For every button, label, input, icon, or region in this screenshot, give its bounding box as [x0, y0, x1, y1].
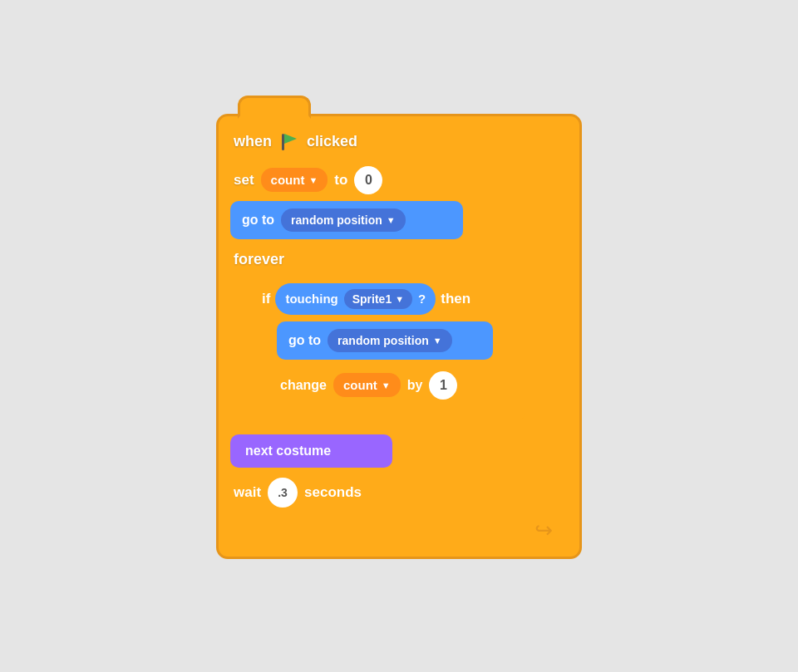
set-value-oval[interactable]: 0 [354, 166, 382, 194]
change-value: 1 [440, 378, 447, 393]
forever-block: forever [230, 246, 568, 272]
random-position-label-1: random position [291, 213, 382, 227]
touching-label: touching [285, 292, 337, 306]
by-label: by [407, 378, 423, 393]
change-dropdown-arrow[interactable]: ▼ [382, 380, 391, 390]
green-flag-icon [278, 131, 300, 153]
next-costume-block[interactable]: next costume [230, 434, 392, 468]
loop-arrow-area: ↩ [230, 514, 568, 543]
forever-label: forever [234, 251, 284, 267]
to-label: to [334, 172, 347, 189]
wait-block: wait .3 seconds [230, 473, 568, 514]
if-block: if touching Sprite1 ▼ ? then [259, 278, 559, 321]
sprite1-dropdown[interactable]: Sprite1 ▼ [344, 289, 412, 309]
next-costume-label: next costume [245, 444, 331, 459]
goto-dropdown-arrow-1[interactable]: ▼ [387, 215, 396, 225]
sprite1-label: Sprite1 [352, 292, 392, 306]
seconds-label: seconds [304, 484, 362, 501]
then-label: then [441, 291, 470, 307]
loop-arrow-icon: ↩ [534, 517, 553, 543]
svg-rect-0 [282, 134, 284, 150]
set-value: 0 [365, 173, 372, 188]
count-variable-pill[interactable]: count ▼ [261, 168, 328, 192]
count-variable-label: count [271, 173, 305, 187]
question-mark: ? [418, 292, 426, 306]
when-clicked-block: when clicked [230, 125, 568, 161]
goto-label-2: go to [288, 333, 321, 348]
wait-value-oval[interactable]: .3 [268, 478, 298, 508]
if-end-cap [259, 408, 525, 419]
change-block: change count ▼ by 1 [277, 366, 559, 405]
when-label: when [234, 133, 272, 150]
set-block: set count ▼ to 0 [230, 161, 568, 201]
goto-block-2: go to random position ▼ [277, 321, 493, 360]
change-variable-label: count [343, 378, 377, 392]
random-position-label-2: random position [337, 334, 429, 347]
sprite1-arrow[interactable]: ▼ [395, 294, 404, 304]
touching-condition: touching Sprite1 ▼ ? [275, 283, 436, 315]
change-value-oval[interactable]: 1 [429, 371, 457, 400]
change-variable-pill[interactable]: count ▼ [333, 373, 401, 397]
clicked-label: clicked [307, 133, 357, 150]
random-position-dropdown-2[interactable]: random position ▼ [328, 329, 452, 352]
wait-label: wait [234, 484, 261, 501]
wait-value: .3 [278, 486, 288, 499]
goto-block-1: go to random position ▼ [230, 201, 463, 239]
random-position-dropdown-1[interactable]: random position ▼ [281, 208, 406, 232]
if-label: if [262, 291, 270, 307]
goto-label-1: go to [242, 213, 274, 228]
goto-dropdown-arrow-2[interactable]: ▼ [433, 336, 442, 346]
change-label: change [280, 378, 327, 393]
set-label: set [234, 172, 254, 189]
svg-marker-1 [284, 134, 297, 144]
count-dropdown-arrow[interactable]: ▼ [308, 175, 318, 185]
